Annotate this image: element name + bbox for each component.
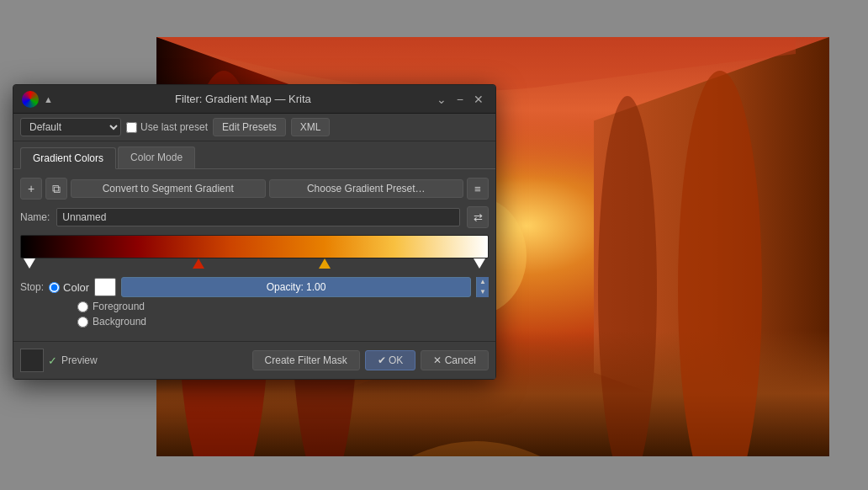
minimize-button[interactable]: − <box>453 92 467 107</box>
opacity-value-label: Opacity: 1.00 <box>122 281 470 293</box>
toolbar-row: Default Use last preset Edit Presets XML <box>13 114 495 141</box>
gradient-name-input[interactable] <box>56 208 460 226</box>
gradient-menu-button[interactable]: ≡ <box>467 178 489 200</box>
background-radio[interactable] <box>77 317 88 328</box>
name-label: Name: <box>20 211 50 223</box>
stop-marker-2[interactable] <box>319 258 331 269</box>
create-filter-mask-button[interactable]: Create Filter Mask <box>252 350 360 370</box>
xml-button[interactable]: XML <box>291 118 331 136</box>
background-radio-label[interactable]: Background <box>77 316 489 328</box>
preset-dropdown[interactable]: Default <box>20 118 121 136</box>
cancel-button[interactable]: ✕ Cancel <box>421 350 489 370</box>
opacity-spinbox: ▲ ▼ <box>476 277 489 297</box>
color-swatch[interactable] <box>94 278 116 296</box>
use-last-preset-checkbox-label[interactable]: Use last preset <box>126 121 208 133</box>
choose-preset-button[interactable]: Choose Gradient Preset… <box>269 179 464 198</box>
stop-row: Stop: Color Opacity: 1.00 ▲ ▼ <box>20 277 489 297</box>
preview-area: ✓ Preview <box>20 349 98 372</box>
stop-marker-3[interactable] <box>474 258 485 269</box>
preview-thumbnail <box>20 349 44 372</box>
tab-color-mode[interactable]: Color Mode <box>118 146 195 168</box>
duplicate-stop-button[interactable]: ⧉ <box>45 178 67 200</box>
reverse-gradient-button[interactable]: ⇄ <box>467 206 489 228</box>
gradient-toolbar: + ⧉ Convert to Segment Gradient Choose G… <box>20 178 489 200</box>
name-row: Name: ⇄ <box>20 206 489 228</box>
window-controls: ⌄ − ✕ <box>433 92 487 107</box>
close-button[interactable]: ✕ <box>470 92 487 107</box>
radio-options: Foreground Background <box>20 301 489 328</box>
ok-button[interactable]: ✔ OK <box>365 350 416 370</box>
gradient-bar[interactable] <box>20 235 489 258</box>
foreground-radio[interactable] <box>77 301 88 312</box>
krita-app-icon <box>22 91 39 108</box>
preview-label[interactable]: Preview <box>61 354 98 366</box>
foreground-radio-label[interactable]: Foreground <box>77 301 489 312</box>
opacity-slider[interactable]: Opacity: 1.00 <box>121 277 471 297</box>
color-radio-group: Color <box>49 281 89 294</box>
dialog-title: Filter: Gradient Map — Krita <box>53 93 433 105</box>
tab-gradient-colors[interactable]: Gradient Colors <box>20 147 116 169</box>
bottom-right-buttons: Create Filter Mask ✔ OK ✕ Cancel <box>252 350 489 370</box>
tabs-row: Gradient Colors Color Mode <box>13 141 495 168</box>
stop-label: Stop: <box>20 281 44 293</box>
preview-check-icon: ✓ <box>48 354 57 367</box>
svg-point-2 <box>678 71 762 456</box>
stop-marker-1[interactable] <box>193 258 204 269</box>
add-stop-button[interactable]: + <box>20 178 42 200</box>
gradient-content: + ⧉ Convert to Segment Gradient Choose G… <box>13 168 495 341</box>
title-bar: ▲ Filter: Gradient Map — Krita ⌄ − ✕ <box>13 85 495 114</box>
bottom-bar: ✓ Preview Create Filter Mask ✔ OK ✕ Canc… <box>13 341 495 379</box>
convert-segment-button[interactable]: Convert to Segment Gradient <box>71 179 266 198</box>
window-menu-button[interactable]: ⌄ <box>433 92 450 107</box>
gradient-bar-container <box>20 235 489 274</box>
use-last-preset-checkbox[interactable] <box>126 122 137 133</box>
opacity-up-button[interactable]: ▲ <box>477 277 489 287</box>
edit-presets-button[interactable]: Edit Presets <box>213 118 286 136</box>
filter-dialog: ▲ Filter: Gradient Map — Krita ⌄ − ✕ Def… <box>13 84 496 380</box>
opacity-down-button[interactable]: ▼ <box>477 287 489 297</box>
stop-color-radio[interactable] <box>49 282 60 293</box>
stop-color-label[interactable]: Color <box>63 281 89 294</box>
svg-point-3 <box>598 96 657 456</box>
stop-marker-0[interactable] <box>24 258 35 269</box>
chevron-up-icon: ▲ <box>44 94 53 104</box>
gradient-stops <box>20 258 489 274</box>
